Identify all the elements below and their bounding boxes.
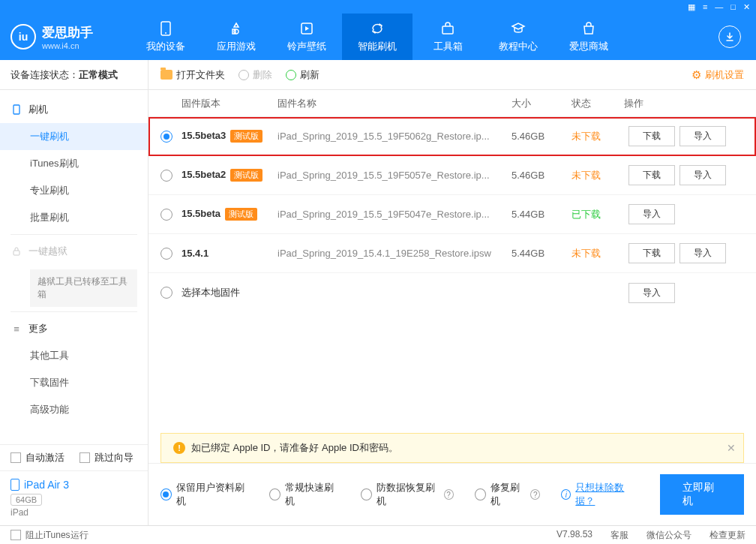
radio-icon[interactable] — [160, 170, 172, 182]
radio-icon[interactable] — [160, 248, 172, 260]
firmware-row[interactable]: 15.5beta测试版 iPad_Spring_2019_15.5_19F504… — [148, 195, 756, 234]
sidebar-item-批量刷机[interactable]: 批量刷机 — [0, 204, 148, 231]
local-firmware-row[interactable]: 选择本地固件 导入 — [148, 273, 756, 312]
firmware-size: 5.46GB — [512, 131, 572, 142]
firmware-status: 未下载 — [572, 169, 624, 182]
sidebar-jb-label: 一键越狱 — [28, 245, 68, 258]
connection-status: 设备连接状态： 正常模式 — [0, 60, 148, 90]
open-folder-button[interactable]: 打开文件夹 — [160, 68, 225, 82]
beta-tag: 测试版 — [230, 130, 262, 143]
firmware-version: 15.4.1 — [182, 248, 208, 259]
beta-tag: 测试版 — [225, 208, 257, 221]
import-button[interactable]: 导入 — [680, 165, 726, 185]
sidebar-head-more[interactable]: ≡ 更多 — [0, 315, 148, 342]
nav-store[interactable]: 爱思商城 — [554, 14, 624, 60]
logo-icon: iu — [10, 24, 36, 50]
beta-tag: 测试版 — [230, 169, 262, 182]
sidebar-item-iTunes刷机[interactable]: iTunes刷机 — [0, 150, 148, 177]
radio-icon[interactable] — [160, 131, 172, 143]
jailbreak-moved-note: 越狱工具已转移至工具箱 — [30, 269, 137, 307]
gear-icon: ⚙ — [692, 68, 701, 82]
firmware-size: 5.46GB — [512, 170, 572, 181]
brand-logo[interactable]: iu 爱思助手 www.i4.cn — [10, 24, 130, 50]
sidebar-head-jailbreak[interactable]: 一键越狱 — [0, 238, 148, 265]
sidebar-item-下载固件[interactable]: 下载固件 — [0, 369, 148, 396]
table-header: 固件版本 固件名称 大小 状态 操作 — [148, 90, 756, 117]
radio-icon[interactable] — [475, 488, 486, 500]
device-icon — [158, 20, 174, 37]
opt-recover[interactable]: 防数据恢复刷机 ? — [361, 481, 454, 508]
help-icon[interactable]: ? — [444, 489, 454, 500]
erase-only-link[interactable]: i 只想抹除数据？ — [561, 481, 638, 508]
nav-flash[interactable]: 智能刷机 — [342, 14, 412, 60]
window-close-icon[interactable]: ✕ — [743, 2, 750, 12]
checkbox-icon[interactable] — [10, 452, 21, 463]
download-indicator-icon[interactable] — [718, 26, 741, 48]
nav-apps[interactable]: 应用游戏 — [201, 14, 272, 60]
firmware-status: 未下载 — [572, 130, 624, 143]
info-icon: i — [561, 489, 571, 500]
delete-button[interactable]: 删除 — [238, 68, 272, 82]
nav-tutorial[interactable]: 教程中心 — [483, 14, 554, 60]
nav-media[interactable]: 铃声壁纸 — [272, 14, 342, 60]
firmware-version: 15.5beta3 — [182, 130, 226, 141]
radio-icon[interactable] — [361, 488, 372, 500]
close-icon[interactable]: ✕ — [727, 442, 736, 454]
local-firmware-label: 选择本地固件 — [182, 286, 624, 299]
checkbox-icon[interactable] — [80, 452, 90, 463]
flash-settings-button[interactable]: ⚙ 刷机设置 — [692, 68, 744, 82]
help-icon[interactable]: ? — [530, 489, 540, 500]
col-version: 固件版本 — [182, 97, 278, 110]
check-update-link[interactable]: 检查更新 — [710, 529, 746, 542]
firmware-row[interactable]: 15.4.1 iPad_Spring_2019_15.4.1_19E258_Re… — [148, 234, 756, 273]
sidebar-item-一键刷机[interactable]: 一键刷机 — [0, 123, 148, 150]
ipad-icon — [10, 479, 20, 491]
flash-icon — [10, 104, 22, 116]
radio-icon[interactable] — [269, 488, 280, 500]
firmware-row[interactable]: 15.5beta3测试版 iPad_Spring_2019_15.5_19F50… — [148, 117, 756, 156]
download-button[interactable]: 下载 — [628, 243, 675, 263]
brand-name: 爱思助手 — [42, 24, 93, 41]
sidebar-item-高级功能[interactable]: 高级功能 — [0, 396, 148, 423]
nav-tools[interactable]: 工具箱 — [412, 14, 483, 60]
import-button[interactable]: 导入 — [680, 243, 726, 263]
status-bar: 阻止iTunes运行 V7.98.53 客服 微信公众号 检查更新 — [0, 525, 756, 544]
block-itunes-label[interactable]: 阻止iTunes运行 — [26, 529, 88, 542]
refresh-button[interactable]: 刷新 — [286, 68, 320, 82]
sidebar-head-flash[interactable]: 刷机 — [0, 96, 148, 123]
radio-icon[interactable] — [160, 287, 172, 299]
sidebar-item-专业刷机[interactable]: 专业刷机 — [0, 177, 148, 204]
opt-normal[interactable]: 常规快速刷机 — [269, 481, 339, 508]
sidebar-item-其他工具[interactable]: 其他工具 — [0, 342, 148, 369]
opt-repair[interactable]: 修复刷机 ? — [475, 481, 541, 508]
auto-activate-row[interactable]: 自动激活 跳过向导 — [0, 444, 148, 470]
window-minimize-icon[interactable]: — — [715, 2, 723, 11]
window-grid-icon[interactable]: ▦ — [688, 2, 695, 12]
store-icon — [580, 20, 597, 37]
top-nav: iu 爱思助手 www.i4.cn 我的设备应用游戏铃声壁纸智能刷机工具箱教程中… — [0, 14, 756, 60]
wechat-link[interactable]: 微信公众号 — [646, 529, 692, 542]
firmware-filename: iPad_Spring_2019_15.5_19F5047e_Restore.i… — [278, 209, 512, 220]
sidebar: 设备连接状态： 正常模式 刷机 一键刷机iTunes刷机专业刷机批量刷机 一键越… — [0, 60, 148, 525]
radio-icon[interactable] — [160, 209, 172, 221]
flash-options: 保留用户资料刷机 常规快速刷机 防数据恢复刷机 ? 修复刷机 ? i 只想抹除数… — [148, 463, 756, 525]
firmware-row[interactable]: 15.5beta2测试版 iPad_Spring_2019_15.5_19F50… — [148, 156, 756, 195]
download-button[interactable]: 下载 — [628, 126, 675, 146]
customer-service-link[interactable]: 客服 — [610, 529, 628, 542]
download-button[interactable]: 下载 — [628, 165, 675, 185]
tutorial-icon — [510, 20, 526, 37]
import-button[interactable]: 导入 — [680, 126, 726, 146]
checkbox-icon[interactable] — [10, 530, 21, 540]
device-panel[interactable]: iPad Air 3 64GB iPad — [0, 470, 148, 525]
window-menu-icon[interactable]: ≡ — [703, 2, 707, 11]
opt-keep-data[interactable]: 保留用户资料刷机 — [160, 481, 248, 508]
window-maximize-icon[interactable]: □ — [730, 2, 736, 11]
radio-icon[interactable] — [160, 488, 172, 500]
nav-device[interactable]: 我的设备 — [130, 14, 201, 60]
import-button[interactable]: 导入 — [628, 204, 675, 224]
connection-status-label: 设备连接状态： — [10, 68, 79, 82]
col-name: 固件名称 — [278, 97, 512, 110]
import-button[interactable]: 导入 — [628, 283, 675, 303]
flash-now-button[interactable]: 立即刷机 — [660, 474, 744, 515]
version-label: V7.98.53 — [556, 529, 592, 542]
